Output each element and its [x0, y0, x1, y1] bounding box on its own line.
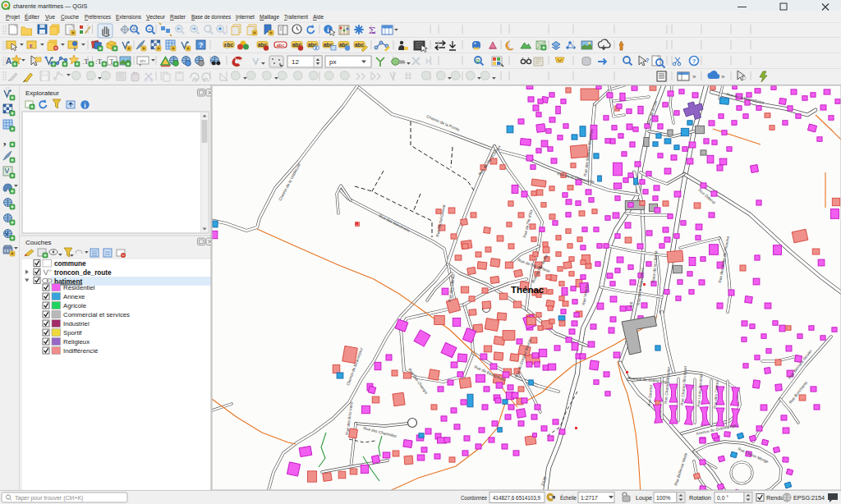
- svg-text:12: 12: [292, 58, 299, 66]
- svg-text:Base de données: Base de données: [191, 13, 231, 21]
- svg-text:?: ?: [199, 41, 204, 49]
- svg-text:A: A: [6, 57, 11, 66]
- svg-text::T: :T: [95, 57, 103, 66]
- svg-text:−: −: [148, 26, 151, 32]
- svg-text:Explorateur: Explorateur: [25, 89, 59, 97]
- svg-text:Projet: Projet: [6, 13, 20, 21]
- svg-text:Annexe: Annexe: [63, 293, 85, 300]
- svg-text:Résidentiel: Résidentiel: [63, 284, 95, 291]
- svg-text:Couche: Couche: [61, 13, 79, 21]
- svg-text:Sportif: Sportif: [63, 329, 82, 337]
- svg-text:Coordonnée: Coordonnée: [461, 495, 487, 501]
- svg-text:Agricole: Agricole: [63, 302, 86, 309]
- svg-text:abc: abc: [224, 42, 234, 48]
- svg-text:Vecteur: Vecteur: [146, 13, 166, 21]
- svg-text:?: ?: [646, 57, 649, 63]
- svg-text:.T: .T: [82, 57, 89, 66]
- svg-text:?: ?: [692, 57, 696, 65]
- svg-text:troncon_de_route: troncon_de_route: [54, 269, 112, 277]
- svg-text:Préférences: Préférences: [85, 13, 111, 21]
- svg-text:»: »: [692, 73, 696, 80]
- svg-text:Raster: Raster: [170, 13, 186, 21]
- svg-text:Q: Q: [476, 58, 480, 63]
- svg-text:Σ: Σ: [369, 24, 376, 36]
- svg-text:Éditer: Éditer: [25, 13, 40, 21]
- svg-text:Vue: Vue: [45, 13, 55, 21]
- svg-text:Taper pour trouver (Ctrl+K): Taper pour trouver (Ctrl+K): [15, 495, 83, 502]
- svg-text:1:2717: 1:2717: [581, 495, 598, 501]
- svg-text:abc: abc: [355, 42, 365, 48]
- svg-text:Échelle: Échelle: [560, 494, 577, 501]
- svg-text:0,0 °: 0,0 °: [717, 495, 728, 501]
- svg-text:Commercial et services: Commercial et services: [63, 311, 130, 318]
- svg-text:abc: abc: [140, 58, 147, 63]
- svg-text:abc: abc: [277, 43, 284, 48]
- svg-text:Traitement: Traitement: [284, 13, 308, 21]
- svg-text:»: »: [721, 73, 725, 80]
- svg-text:100%: 100%: [656, 495, 670, 501]
- svg-text:Industriel: Industriel: [63, 320, 90, 328]
- svg-text:Extensions: Extensions: [116, 13, 141, 21]
- svg-text:,: ,: [3, 135, 7, 147]
- svg-text:Rendu: Rendu: [766, 494, 784, 502]
- svg-text:Loupe: Loupe: [636, 494, 652, 502]
- svg-text:Aide: Aide: [313, 13, 324, 21]
- svg-text:Indifférencié: Indifférencié: [63, 347, 98, 355]
- svg-text:Religieux: Religieux: [63, 338, 90, 346]
- svg-text:Thénac: Thénac: [511, 285, 545, 295]
- svg-text:Maillage: Maillage: [260, 13, 279, 21]
- svg-text:D6: D6: [629, 301, 634, 307]
- svg-text:charente maritimes — QGIS: charente maritimes — QGIS: [13, 2, 87, 10]
- svg-text:Internet: Internet: [236, 13, 255, 21]
- svg-text:ε: ε: [30, 41, 33, 49]
- svg-text:Couches: Couches: [25, 239, 52, 246]
- svg-text:Rotation: Rotation: [689, 494, 711, 502]
- svg-text:414827,6 6514103,9: 414827,6 6514103,9: [493, 495, 540, 501]
- svg-text:px: px: [329, 58, 336, 66]
- svg-text:commune: commune: [54, 260, 86, 268]
- svg-text:EPSG:2154: EPSG:2154: [793, 494, 825, 502]
